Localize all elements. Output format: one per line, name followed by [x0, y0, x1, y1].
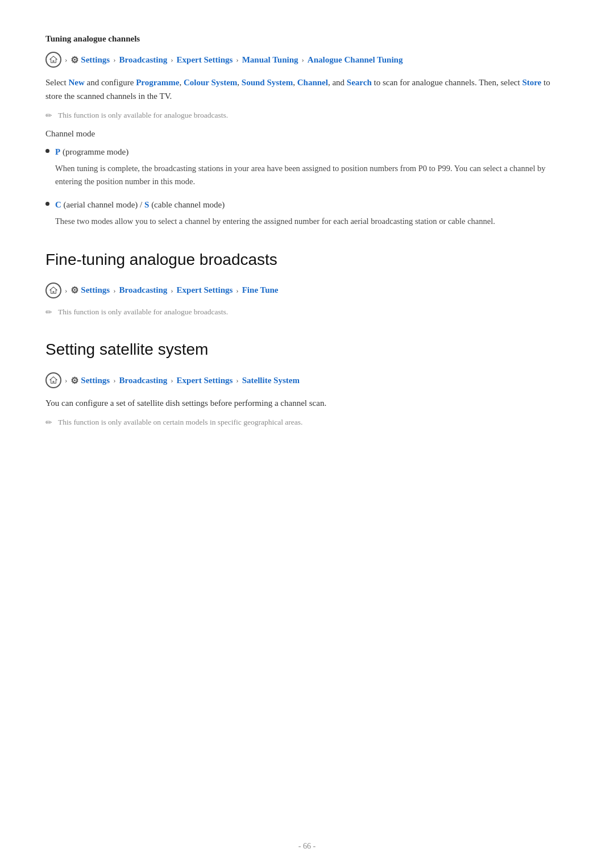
home-icon-2[interactable] [45, 283, 61, 298]
chevron-icon-5: › [302, 55, 304, 64]
section-satellite: Setting satellite system › ⚙ Settings › … [45, 340, 569, 428]
section-tuning-analogue: Tuning analogue channels › ⚙ Settings › … [45, 34, 569, 228]
home-icon[interactable] [45, 52, 61, 68]
chevron-icon-3: › [171, 55, 173, 64]
section2-heading: Fine-tuning analogue broadcasts [45, 251, 569, 269]
chevron-icon-1: › [65, 55, 67, 64]
section1-heading: Tuning analogue channels [45, 34, 569, 44]
highlight-programme: Programme [136, 78, 179, 87]
pencil-icon-1: ✏ [45, 111, 52, 121]
chevron-icon-4: › [236, 55, 238, 64]
highlight-new: New [68, 78, 84, 87]
bullet-item-p: P (programme mode) When tuning is comple… [45, 146, 569, 188]
highlight-p: P [55, 147, 60, 156]
bullet-title-p: P (programme mode) [55, 146, 569, 159]
nav-analogue-channel-tuning[interactable]: Analogue Channel Tuning [308, 55, 403, 65]
nav-path-1: › ⚙ Settings › Broadcasting › Expert Set… [45, 52, 569, 68]
chevron-3c: › [171, 376, 173, 385]
nav-path-3: › ⚙ Settings › Broadcasting › Expert Set… [45, 372, 569, 388]
bullet-title-cs: C (aerial channel mode) / S (cable chann… [55, 198, 569, 211]
settings-gear-icon-3: ⚙ [70, 375, 78, 386]
note-text-3: This function is only available on certa… [58, 417, 302, 428]
highlight-colour: Colour System [184, 78, 237, 87]
nav-satellite-system[interactable]: Satellite System [242, 376, 300, 385]
note-row-3: ✏ This function is only available on cer… [45, 417, 569, 428]
bullet-list: P (programme mode) When tuning is comple… [45, 146, 569, 228]
chevron-3a: › [65, 376, 67, 385]
bullet-desc-p: When tuning is complete, the broadcastin… [55, 162, 569, 188]
chevron-3d: › [236, 376, 238, 385]
section3-heading: Setting satellite system [45, 340, 569, 359]
bullet-content-cs: C (aerial channel mode) / S (cable chann… [55, 198, 569, 228]
c-suffix: (aerial channel mode) / [61, 200, 144, 209]
nav-manual-tuning[interactable]: Manual Tuning [242, 55, 298, 65]
nav-expert-settings-1[interactable]: Expert Settings [177, 55, 233, 65]
pencil-icon-2: ✏ [45, 308, 52, 317]
highlight-store: Store [522, 78, 541, 87]
nav-expert-settings-2[interactable]: Expert Settings [177, 285, 233, 295]
bullet-dot-1 [45, 149, 49, 153]
highlight-search: Search [347, 78, 372, 87]
pencil-icon-3: ✏ [45, 418, 52, 427]
bullet-dot-2 [45, 202, 49, 206]
nav-broadcasting-3[interactable]: Broadcasting [119, 376, 168, 385]
nav-broadcasting-1[interactable]: Broadcasting [119, 55, 168, 65]
nav-settings-3[interactable]: Settings [81, 376, 110, 385]
nav-settings-2[interactable]: Settings [81, 285, 110, 295]
p-suffix: (programme mode) [60, 147, 128, 156]
note-row-2: ✏ This function is only available for an… [45, 306, 569, 318]
page-footer: - 66 - [0, 842, 614, 851]
highlight-sound: Sound System [242, 78, 293, 87]
section3-body: You can configure a set of satellite dis… [45, 396, 569, 410]
home-icon-3[interactable] [45, 372, 61, 388]
section-fine-tuning: Fine-tuning analogue broadcasts › ⚙ Sett… [45, 251, 569, 318]
highlight-channel: Channel [297, 78, 328, 87]
nav-path-2: › ⚙ Settings › Broadcasting › Expert Set… [45, 283, 569, 298]
nav-settings[interactable]: Settings [81, 55, 110, 65]
note-row-1: ✏ This function is only available for an… [45, 110, 569, 121]
page-number: - 66 - [298, 842, 316, 850]
nav-fine-tune[interactable]: Fine Tune [242, 285, 279, 295]
nav-expert-settings-3[interactable]: Expert Settings [177, 376, 233, 385]
chevron-icon-2: › [113, 55, 115, 64]
note-text-2: This function is only available for anal… [58, 306, 228, 318]
settings-gear-icon: ⚙ [70, 55, 78, 65]
nav-broadcasting-2[interactable]: Broadcasting [119, 285, 168, 295]
section1-body: Select New and configure Programme, Colo… [45, 76, 569, 103]
s-suffix: (cable channel mode) [149, 200, 225, 209]
bullet-desc-cs: These two modes allow you to select a ch… [55, 215, 569, 228]
chevron-2c: › [171, 286, 173, 295]
bullet-item-cs: C (aerial channel mode) / S (cable chann… [45, 198, 569, 228]
chevron-2b: › [113, 286, 115, 295]
chevron-2d: › [236, 286, 238, 295]
note-text-1: This function is only available for anal… [58, 110, 228, 121]
chevron-3b: › [113, 376, 115, 385]
settings-gear-icon-2: ⚙ [70, 285, 78, 296]
channel-mode-label: Channel mode [45, 129, 569, 139]
bullet-content-p: P (programme mode) When tuning is comple… [55, 146, 569, 188]
chevron-2a: › [65, 286, 67, 295]
highlight-c: C [55, 200, 61, 209]
